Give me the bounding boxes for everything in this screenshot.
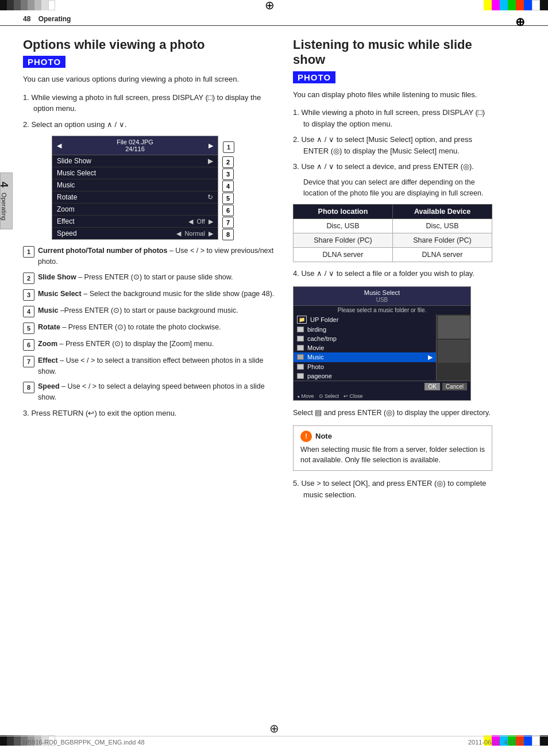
left-step1: 1. While viewing a photo in full screen,… <box>23 92 276 114</box>
ms-content: 📁 UP Folder birding cache/tmp Movie <box>294 314 470 381</box>
desc-item-6: 6 Zoom – Press ENTER (⊙) to display the … <box>23 339 276 351</box>
thumb2 <box>438 340 470 363</box>
color-seg <box>41 0 48 10</box>
menu-filenum: 24/116 <box>117 145 153 152</box>
desc-num-6: 6 <box>23 339 34 351</box>
side-tab-num: 4 <box>0 182 10 187</box>
table-cell: DLNA server <box>294 248 393 262</box>
color-seg <box>48 0 55 10</box>
menu-row-zoom: Zoom 6 <box>52 204 218 216</box>
table-cell: DLNA server <box>393 248 492 262</box>
ms-prompt: Please select a music folder or file. <box>294 306 470 314</box>
desc-num-7: 7 <box>23 356 34 367</box>
color-seg <box>21 0 28 10</box>
desc-num-2: 2 <box>23 273 34 284</box>
desc-text-1: Current photo/Total number of photos – U… <box>38 245 276 267</box>
ms-item-photo: Photo <box>294 362 436 371</box>
color-seg <box>0 0 7 10</box>
callout-2: 2 <box>222 156 234 168</box>
menu-row-music: Music 4 <box>52 179 218 191</box>
color-seg-k <box>540 0 548 10</box>
device-table: Photo location Available Device Disc, US… <box>293 204 492 262</box>
ms-item-pageone: pageone <box>294 371 436 381</box>
ms-item-cachetmp: cache/tmp <box>294 334 436 343</box>
folder-icon <box>297 345 304 351</box>
left-step3: 3. Press RETURN (↩) to exit the option m… <box>23 408 276 419</box>
callout-6: 6 <box>222 205 234 216</box>
desc-text-8: Speed – Use < / > to select a delaying s… <box>38 381 276 403</box>
desc-item-3: 3 Music Select – Select the background m… <box>23 289 276 301</box>
right-step3: 3. Use ∧ / ∨ to select a device, and pre… <box>293 161 492 172</box>
color-bar-gap2 <box>278 0 484 10</box>
desc-item-4: 4 Music –Press ENTER (⊙) to start or pau… <box>23 305 276 317</box>
menu-diagram: ◀ File 024.JPG 24/116 ▶ Slide Show ▶ 2 <box>52 136 218 240</box>
color-seg <box>34 0 41 10</box>
table-header-location: Photo location <box>294 205 393 219</box>
ms-cancel-button[interactable]: Cancel <box>442 383 467 390</box>
right-photo-badge: PHOTO <box>293 71 335 83</box>
note-title: ! Note <box>300 431 485 442</box>
table-cell: Share Folder (PC) <box>393 233 492 248</box>
reg-mark-header: ⊕ <box>515 15 525 29</box>
reg-mark-top: ⊕ <box>261 0 278 10</box>
right-step2: 2. Use ∧ / ∨ to select [Music Select] op… <box>293 134 492 156</box>
ms-item-movie: Movie <box>294 343 436 352</box>
ms-item-birding: birding <box>294 325 436 334</box>
right-step3-note: Device that you can select are differ de… <box>303 177 492 199</box>
music-select-dialog: Music Select USB Please select a music f… <box>293 286 471 401</box>
right-section-title: Listening to music while slide show <box>293 37 492 68</box>
folder-icon: 📁 <box>297 316 307 324</box>
desc-num-4: 4 <box>23 306 34 317</box>
ms-ok-button[interactable]: OK <box>424 383 439 390</box>
table-cell: Share Folder (PC) <box>294 233 393 248</box>
right-column: Listening to music while slide show PHOT… <box>293 37 492 505</box>
color-seg <box>7 0 14 10</box>
table-cell: Disc, USB <box>294 219 393 233</box>
desc-item-1: 1 Current photo/Total number of photos –… <box>23 245 276 267</box>
desc-text-6: Zoom – Press ENTER (⊙) to display the [Z… <box>38 339 276 351</box>
left-section-title: Options while viewing a photo <box>23 37 276 52</box>
ms-title: Music Select USB <box>294 287 470 306</box>
left-photo-badge: PHOTO <box>23 56 65 68</box>
color-seg <box>28 0 34 10</box>
desc-text-5: Rotate – Press ENTER (⊙) to rotate the p… <box>38 322 276 334</box>
callout-1: 1 <box>223 141 234 153</box>
reg-mark-bottom: ⊕ <box>269 722 279 735</box>
menu-arrow-left: ◀ <box>57 142 61 149</box>
ms-buttons: OK Cancel <box>294 381 470 392</box>
desc-item-8: 8 Speed – Use < / > to select a delaying… <box>23 381 276 403</box>
note-icon: ! <box>300 431 312 442</box>
menu-row-slideshow: Slide Show ▶ 2 <box>52 155 218 167</box>
desc-text-7: Effect – Use < / > to select a transitio… <box>38 355 276 377</box>
color-bar-top: ⊕ <box>0 0 548 10</box>
side-tab: 4 Operating <box>0 172 13 229</box>
select-caption: Select ▤ and press ENTER (◎) to display … <box>293 408 492 419</box>
desc-text-3: Music Select – Select the background mus… <box>38 289 276 301</box>
note-box: ! Note When selecting music file from a … <box>293 425 492 471</box>
color-seg-y <box>484 0 492 10</box>
header-line: 48 Operating ⊕ <box>0 10 548 26</box>
ms-file-list: 📁 UP Folder birding cache/tmp Movie <box>294 314 436 381</box>
table-row: Disc, USB Disc, USB <box>294 219 492 233</box>
ms-thumbnails <box>436 314 470 381</box>
menu-row-effect: Effect ◀ Off ▶ 7 <box>52 216 218 228</box>
description-list: 1 Current photo/Total number of photos –… <box>23 245 276 403</box>
menu-row-speed: Speed ◀ Normal ▶ 8 <box>52 228 218 239</box>
callout-8: 8 <box>222 229 234 240</box>
menu-row-rotate: Rotate ↻ 5 <box>52 191 218 204</box>
color-seg-m <box>492 0 500 10</box>
folder-icon <box>297 354 304 360</box>
color-seg-w <box>532 0 540 10</box>
left-column: Options while viewing a photo PHOTO You … <box>23 37 276 505</box>
desc-item-7: 7 Effect – Use < / > to select a transit… <box>23 355 276 377</box>
color-seg-g <box>508 0 516 10</box>
desc-num-3: 3 <box>23 289 34 301</box>
option-menu-box: ◀ File 024.JPG 24/116 ▶ Slide Show ▶ 2 <box>52 136 218 240</box>
left-step2: 2. Select an option using ∧ / ∨. <box>23 119 276 131</box>
menu-file-info: File 024.JPG 24/116 <box>117 139 153 152</box>
right-intro: You can display photo files while listen… <box>293 89 492 101</box>
color-seg-b <box>524 0 532 10</box>
folder-icon <box>297 364 304 370</box>
arrow-icon: ▶ <box>428 354 433 361</box>
menu-header-row: ◀ File 024.JPG 24/116 ▶ <box>52 136 218 155</box>
